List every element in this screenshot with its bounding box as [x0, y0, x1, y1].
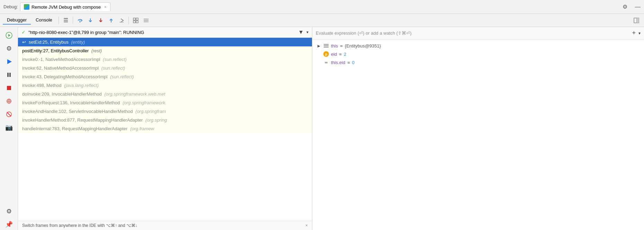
var-value: 0 [352, 60, 355, 65]
right-panel-button[interactable] [632, 16, 641, 25]
var-value: 2 [344, 52, 346, 57]
frame-item[interactable]: ↩ setEid:25, Entitybus (entity) [18, 38, 312, 46]
svg-rect-6 [136, 18, 138, 20]
sidebar-play-button[interactable] [3, 56, 15, 67]
var-expand-placeholder [316, 52, 321, 56]
frame-context: (sun.reflect) [101, 57, 126, 62]
settings-icon[interactable]: ⚙ [623, 3, 627, 10]
frame-item[interactable]: invoke0:-1, NativeMethodAccessorImpl (su… [18, 55, 312, 64]
svg-rect-5 [133, 18, 135, 20]
debug-label: Debug: [3, 4, 18, 9]
run-to-cursor-button[interactable] [117, 16, 126, 25]
frame-context: (sun.reflect) [109, 74, 134, 79]
step-over-button[interactable] [75, 16, 85, 25]
hint-close-button[interactable]: × [305, 223, 308, 228]
sidebar-pin-button[interactable]: 📌 [3, 219, 15, 230]
frame-context: (java.lang.reflect) [63, 83, 98, 88]
step-over-icon [77, 17, 83, 24]
force-step-into-icon [98, 17, 104, 24]
frame-context: (org.springfram [134, 109, 166, 114]
watches-dropdown-button[interactable]: ▾ [638, 31, 641, 36]
frame-method: invoke:43, DelegatingMethodAccessorImpl [22, 74, 107, 79]
frame-item[interactable]: invokeForRequest:136, InvocableHandlerMe… [18, 98, 312, 107]
tab-icon [24, 4, 29, 10]
frame-method: handleInternal:783, RequestMappingHandle… [22, 126, 127, 131]
frame-item[interactable]: invokeAndHandle:102, ServletInvocableHan… [18, 107, 312, 116]
svg-rect-27 [324, 47, 329, 47]
thread-filter-icon[interactable]: ▼ [298, 29, 304, 35]
var-eq: = [340, 43, 343, 48]
layout-grid-button[interactable] [131, 16, 141, 25]
sidebar-camera-button[interactable]: 📷 [3, 122, 15, 133]
frame-context: (rest) [90, 48, 102, 53]
frame-method: postEntity:27, EntitybusController [22, 48, 89, 53]
main-layout: ⚙ [0, 27, 644, 230]
frame-context: (sun.reflect) [100, 65, 125, 71]
svg-rect-19 [7, 86, 11, 90]
thread-selector[interactable]: ✓ "http-nio-8080-exec-1"@8,799 in group … [18, 27, 312, 38]
svg-marker-16 [7, 59, 12, 64]
thread-dropdown-icon[interactable]: ▾ [306, 30, 308, 35]
svg-rect-17 [7, 73, 9, 77]
force-step-into-button[interactable] [96, 16, 106, 25]
var-loop-icon: ∞ [323, 60, 329, 65]
pause-icon [6, 71, 12, 78]
toolbar: Debugger Console ☰ [0, 14, 644, 27]
var-expand-button[interactable]: ▶ [316, 43, 321, 48]
svg-rect-14 [637, 18, 639, 23]
frame-item[interactable]: doInvoke:209, InvocableHandlerMethod (or… [18, 90, 312, 98]
step-out-icon [108, 17, 114, 24]
variable-item[interactable]: ▶ this = {Entitybus@9351} [312, 42, 644, 50]
watches-expression-placeholder[interactable]: Evaluate expression (⏎) or add a watch (… [316, 30, 629, 36]
frame-method: setEid:25, Entitybus [29, 39, 69, 45]
sidebar-resume-button[interactable] [3, 30, 15, 41]
frames-list: ↩ setEid:25, Entitybus (entity) postEnti… [18, 38, 312, 221]
bottom-hint: Switch frames from anywhere in the IDE w… [18, 221, 312, 230]
svg-rect-8 [136, 21, 138, 23]
step-out-button[interactable] [106, 16, 116, 25]
tab-debugger[interactable]: Debugger [3, 16, 31, 25]
frame-method: invoke0:-1, NativeMethodAccessorImpl [22, 57, 100, 62]
tab-console[interactable]: Console [32, 16, 56, 25]
variable-item[interactable]: p eid = 2 [312, 50, 644, 58]
menu-button[interactable]: ☰ [61, 16, 71, 25]
watches-add-button[interactable]: + [632, 29, 636, 37]
frame-context: (org.framew [129, 126, 154, 131]
frame-item[interactable]: postEntity:27, EntitybusController (rest… [18, 46, 312, 55]
frame-context: (org.spring [144, 117, 167, 123]
variable-item[interactable]: ∞ this.eid = 0 [312, 58, 644, 67]
step-into-button[interactable] [86, 16, 95, 25]
bug-icon [6, 98, 12, 105]
frame-item[interactable]: invoke:62, NativeMethodAccessorImpl (sun… [18, 64, 312, 72]
sidebar-pause-button[interactable] [3, 69, 15, 80]
var-eq: = [339, 52, 342, 57]
debug-tab[interactable]: Remote JVM Debug with compose × [20, 2, 110, 11]
var-expand-placeholder [316, 60, 321, 65]
svg-rect-26 [324, 45, 329, 46]
var-name: eid [331, 52, 337, 57]
frame-back-icon: ↩ [22, 39, 26, 45]
frame-item[interactable]: handleInternal:783, RequestMappingHandle… [18, 124, 312, 133]
sidebar-settings-button[interactable]: ⚙ [3, 206, 15, 217]
frame-item[interactable]: invoke:43, DelegatingMethodAccessorImpl … [18, 72, 312, 81]
minimize-icon[interactable]: — [635, 4, 641, 10]
frame-method: doInvoke:209, InvocableHandlerMethod [22, 91, 102, 97]
tab-close-button[interactable]: × [104, 5, 106, 9]
right-panel-icon [633, 17, 639, 24]
thread-label: "http-nio-8080-exec-1"@8,799 in group "m… [28, 30, 295, 35]
var-eq: = [347, 60, 350, 65]
frame-item[interactable]: invokeHandlerMethod:877, RequestMappingH… [18, 116, 312, 124]
frame-method: invoke:62, NativeMethodAccessorImpl [22, 65, 99, 71]
svg-rect-25 [324, 44, 329, 45]
sidebar-mute-button[interactable] [3, 109, 15, 120]
sidebar-bug-button[interactable] [3, 96, 15, 107]
sidebar-wrench-button[interactable]: ⚙ [3, 43, 15, 54]
sidebar-stop-button[interactable] [3, 82, 15, 94]
layout-list-icon [143, 17, 149, 24]
top-bar: Debug: Remote JVM Debug with compose × ⚙… [0, 0, 644, 14]
layout-list-button[interactable] [141, 16, 151, 25]
frames-panel: ✓ "http-nio-8080-exec-1"@8,799 in group … [18, 27, 312, 230]
frame-item[interactable]: invoke:498, Method (java.lang.reflect) [18, 81, 312, 90]
var-name: this.eid [331, 60, 345, 65]
step-into-icon [87, 17, 93, 24]
